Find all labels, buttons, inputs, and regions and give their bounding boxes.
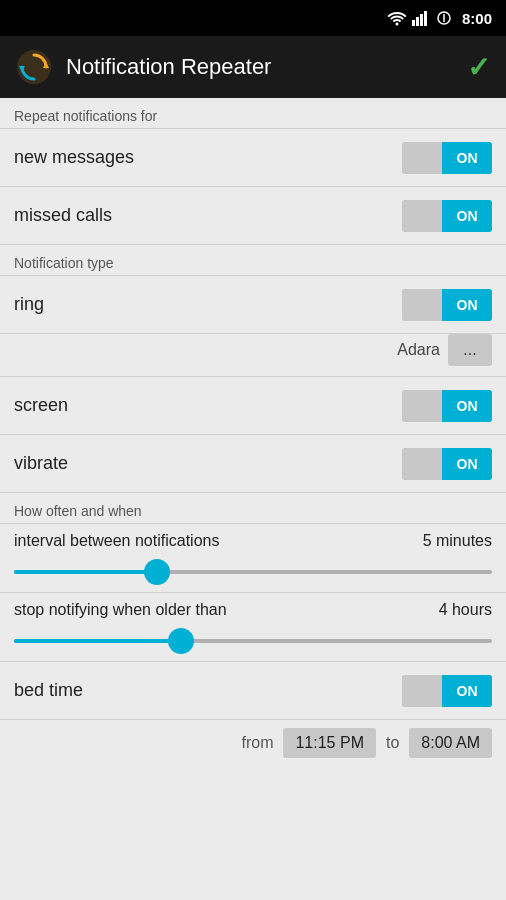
toggle-on-new-messages: ON bbox=[442, 142, 492, 174]
svg-rect-2 bbox=[420, 14, 423, 26]
from-label: from bbox=[241, 734, 273, 752]
setting-row-vibrate: vibrate ON bbox=[0, 435, 506, 493]
missed-calls-label: missed calls bbox=[14, 205, 112, 226]
toggle-off-missed-calls bbox=[402, 200, 442, 232]
stop-notifying-slider-fill bbox=[14, 639, 181, 643]
toggle-on-ring: ON bbox=[442, 289, 492, 321]
interval-value: 5 minutes bbox=[423, 532, 492, 550]
ringtone-row: Adara ... bbox=[0, 334, 506, 377]
stop-notifying-slider-container bbox=[14, 627, 492, 649]
ringtone-name: Adara bbox=[397, 341, 440, 359]
ring-toggle[interactable]: ON bbox=[402, 289, 492, 321]
toggle-on-bed-time: ON bbox=[442, 675, 492, 707]
toolbar: Notification Repeater ✓ bbox=[0, 36, 506, 98]
new-messages-toggle[interactable]: ON bbox=[402, 142, 492, 174]
svg-rect-1 bbox=[416, 17, 419, 26]
status-icons: 8:00 bbox=[387, 10, 492, 27]
toggle-off-bed-time bbox=[402, 675, 442, 707]
svg-rect-0 bbox=[412, 20, 415, 26]
interval-label: interval between notifications bbox=[14, 532, 219, 550]
content-area: Repeat notifications for new messages ON… bbox=[0, 98, 506, 900]
screen-toggle[interactable]: ON bbox=[402, 390, 492, 422]
interval-slider-track bbox=[14, 570, 492, 574]
svg-rect-3 bbox=[424, 11, 427, 26]
ringtone-picker-button[interactable]: ... bbox=[448, 334, 492, 366]
stop-notifying-slider-track bbox=[14, 639, 492, 643]
app-title: Notification Repeater bbox=[66, 54, 271, 80]
interval-slider-thumb[interactable] bbox=[144, 559, 170, 585]
to-label: to bbox=[386, 734, 399, 752]
stop-notifying-header: stop notifying when older than 4 hours bbox=[14, 601, 492, 619]
toggle-off-vibrate bbox=[402, 448, 442, 480]
new-messages-label: new messages bbox=[14, 147, 134, 168]
setting-row-new-messages: new messages ON bbox=[0, 129, 506, 187]
interval-header: interval between notifications 5 minutes bbox=[14, 532, 492, 550]
toggle-on-missed-calls: ON bbox=[442, 200, 492, 232]
signal-icon bbox=[412, 10, 430, 26]
setting-row-screen: screen ON bbox=[0, 377, 506, 435]
interval-slider-fill bbox=[14, 570, 157, 574]
stop-notifying-slider-thumb[interactable] bbox=[168, 628, 194, 654]
toggle-off-screen bbox=[402, 390, 442, 422]
setting-row-ring: ring ON bbox=[0, 276, 506, 334]
toggle-on-screen: ON bbox=[442, 390, 492, 422]
toggle-off-new-messages bbox=[402, 142, 442, 174]
battery-icon bbox=[435, 10, 453, 26]
setting-row-bed-time: bed time ON bbox=[0, 662, 506, 720]
status-bar: 8:00 bbox=[0, 0, 506, 36]
section-repeat-for: Repeat notifications for bbox=[0, 98, 506, 129]
toggle-off-ring bbox=[402, 289, 442, 321]
to-time-picker[interactable]: 8:00 AM bbox=[409, 728, 492, 758]
toggle-on-vibrate: ON bbox=[442, 448, 492, 480]
screen-label: screen bbox=[14, 395, 68, 416]
confirm-check-icon[interactable]: ✓ bbox=[467, 51, 490, 84]
setting-row-missed-calls: missed calls ON bbox=[0, 187, 506, 245]
section-notification-type: Notification type bbox=[0, 245, 506, 276]
bed-time-label: bed time bbox=[14, 680, 83, 701]
toolbar-left: Notification Repeater bbox=[16, 49, 271, 85]
vibrate-toggle[interactable]: ON bbox=[402, 448, 492, 480]
section-how-often: How often and when bbox=[0, 493, 506, 524]
vibrate-label: vibrate bbox=[14, 453, 68, 474]
stop-notifying-section: stop notifying when older than 4 hours bbox=[0, 593, 506, 662]
interval-slider-container bbox=[14, 558, 492, 580]
stop-notifying-value: 4 hours bbox=[439, 601, 492, 619]
bed-time-value-row: from 11:15 PM to 8:00 AM bbox=[0, 720, 506, 768]
from-time-picker[interactable]: 11:15 PM bbox=[283, 728, 375, 758]
interval-section: interval between notifications 5 minutes bbox=[0, 524, 506, 593]
missed-calls-toggle[interactable]: ON bbox=[402, 200, 492, 232]
ring-label: ring bbox=[14, 294, 44, 315]
stop-notifying-label: stop notifying when older than bbox=[14, 601, 227, 619]
bed-time-toggle[interactable]: ON bbox=[402, 675, 492, 707]
status-time: 8:00 bbox=[462, 10, 492, 27]
wifi-icon bbox=[387, 10, 407, 26]
app-logo bbox=[16, 49, 52, 85]
